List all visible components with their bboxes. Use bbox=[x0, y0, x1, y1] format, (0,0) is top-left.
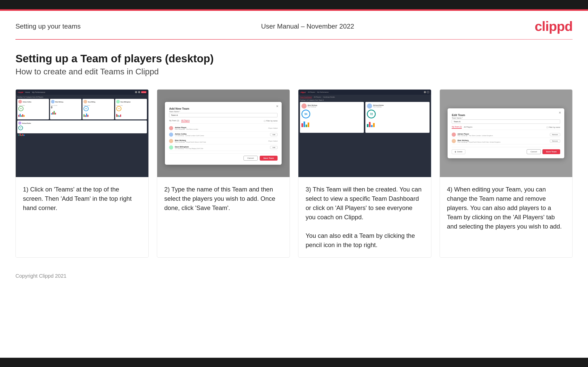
ss1-avatar-5 bbox=[18, 121, 21, 125]
modal1-player-status-3: Player Added bbox=[268, 140, 278, 142]
modal1-tab-myteam[interactable]: My Team (2) bbox=[169, 120, 179, 122]
ss1-bar-1b bbox=[20, 114, 21, 117]
ss1-nav-icon2 bbox=[138, 91, 140, 93]
modal1-cancel-button[interactable]: Cancel bbox=[243, 156, 258, 161]
ss1-add-team-btn[interactable]: Add Team bbox=[141, 91, 146, 93]
ss3-bar-1a bbox=[301, 123, 303, 127]
screenshot-2-bg: Add New Team ✕ Team Name * Team A My Tea… bbox=[157, 90, 290, 177]
modal2-player-club-1: Plus Handicap · The Shire London, United… bbox=[457, 135, 548, 136]
ss3-avatar-2 bbox=[367, 103, 372, 109]
modal1-player-row-4: Dave Billingham 3.5 Handicap · The Gog M… bbox=[169, 144, 278, 151]
screenshot-3-inner: clippd All Players My Performance Team D… bbox=[298, 90, 431, 177]
card-3-text: 3) This Team will then be created. You c… bbox=[298, 177, 431, 257]
ss3-tab-allplayers[interactable]: All Players bbox=[314, 96, 321, 98]
ss1-bar-4b bbox=[117, 115, 119, 117]
modal2-right-actions: Cancel Save Team bbox=[527, 149, 560, 154]
modal1-player-row-2: Adrian Coliba 1.5 Handicap · Central Lon… bbox=[169, 132, 278, 138]
modal1-player-club-2: 1.5 Handicap · Central London Golf Centr… bbox=[175, 135, 268, 136]
screenshot-1-inner: clippd Home My Performance Add Team Find… bbox=[16, 90, 148, 177]
modal1-close-icon[interactable]: ✕ bbox=[276, 104, 279, 108]
ss1-score-4: 78 bbox=[116, 106, 121, 111]
card-3: clippd All Players My Performance Team D… bbox=[298, 89, 431, 258]
modal2-avatar-2 bbox=[452, 139, 456, 143]
modal1-add-btn-2[interactable]: Add bbox=[270, 133, 278, 136]
ss3-club-1: Plus Handicap bbox=[308, 106, 317, 108]
ss1-bars-4 bbox=[116, 112, 146, 117]
ss1-bar-1c bbox=[21, 115, 22, 117]
modal2-players-list: Adrian Player Plus Handicap · The Shire … bbox=[452, 132, 560, 144]
ss3-tab-dashboard[interactable]: Team Dashboard bbox=[300, 96, 312, 98]
modal2-footer: 🗑 Delete Cancel Save Team bbox=[452, 147, 560, 154]
modal2-tab-myteam[interactable]: My Team (2) bbox=[452, 126, 462, 129]
modal1-title: Add New Team bbox=[169, 107, 189, 110]
ss3-bar-2d bbox=[373, 123, 375, 127]
modal1-save-button[interactable]: Save Team bbox=[260, 156, 278, 161]
modal2-save-button[interactable]: Save Team bbox=[542, 149, 560, 154]
ss1-score-1: 84 bbox=[18, 106, 23, 111]
ss3-player-2: Richard Butler Plus Handicap 72 bbox=[365, 102, 429, 133]
ss1-bars-2 bbox=[51, 109, 81, 115]
ss1-bar-1a bbox=[18, 115, 19, 117]
header-center-text: User Manual – November 2022 bbox=[261, 22, 354, 30]
modal1-team-name-input[interactable]: Team A bbox=[169, 113, 278, 117]
ss3-bar-2b bbox=[369, 122, 371, 127]
modal2-remove-btn-2[interactable]: Remove bbox=[550, 139, 560, 143]
card-2: Add New Team ✕ Team Name * Team A My Tea… bbox=[157, 89, 290, 258]
modal1-tab-allplayers[interactable]: All Players bbox=[181, 119, 190, 122]
ss3-bar-1d bbox=[308, 123, 309, 127]
card-1-screenshot: clippd Home My Performance Add Team Find… bbox=[16, 90, 148, 177]
ss3-heading: Finding 2 of 4 players from Team A bbox=[300, 99, 430, 101]
ss3-logo: clippd bbox=[300, 91, 306, 93]
page-title: Setting up a Team of players (desktop) bbox=[15, 53, 573, 65]
modal1-player-club-4: 3.5 Handicap · The Gog Magog Golf Club bbox=[175, 148, 268, 149]
ss3-bar-1c bbox=[306, 125, 307, 127]
ss1-bar-5a bbox=[18, 134, 19, 136]
ss1-nav-icon1 bbox=[135, 91, 137, 93]
modal2-close-icon[interactable]: ✕ bbox=[559, 111, 561, 115]
modal2-delete-button[interactable]: 🗑 Delete bbox=[452, 149, 465, 154]
ss1-bar-3a bbox=[83, 114, 85, 117]
header: Setting up your teams User Manual – Nove… bbox=[0, 11, 588, 39]
ss1-bar-1d bbox=[22, 114, 23, 117]
ss3-avatar-1 bbox=[301, 103, 307, 109]
ss1-bar-3b bbox=[85, 115, 86, 117]
modal2-remove-btn-1[interactable]: Remove bbox=[550, 133, 560, 136]
ss1-bars-5 bbox=[18, 131, 146, 136]
ss1-name-5: Richard Butler bbox=[22, 123, 31, 124]
modal2-title: Edit Team bbox=[452, 113, 465, 117]
ss1-content: Finding 4 of 4 players from All Players … bbox=[16, 95, 148, 135]
modal2-filter[interactable]: Filter by name bbox=[547, 126, 560, 128]
trash-icon: 🗑 bbox=[455, 151, 456, 153]
ss3-score-1: 94 bbox=[301, 110, 310, 118]
card-1-text: 1) Click on 'Teams' at the top of the sc… bbox=[16, 177, 148, 257]
modal2-player-name-2: Blair McHarg bbox=[457, 139, 548, 141]
ss3-tab-handedness[interactable]: Handicap Details bbox=[323, 96, 335, 98]
ss1-bar-4a bbox=[116, 114, 117, 117]
ss3-nav: clippd All Players My Performance bbox=[298, 90, 431, 95]
ss1-player-4: Dave Billingham Player Quality 78 bbox=[115, 99, 147, 119]
modal1-player-info-4: Dave Billingham 3.5 Handicap · The Gog M… bbox=[175, 146, 268, 149]
filter-checkbox-2[interactable] bbox=[547, 127, 548, 128]
modal1-avatar-2 bbox=[169, 133, 173, 137]
ss3-club-2: Plus Handicap bbox=[373, 106, 384, 108]
ss1-bar-4c bbox=[119, 116, 120, 117]
ss1-nav: clippd Home My Performance Add Team bbox=[16, 90, 148, 95]
ss1-bars-1 bbox=[18, 112, 48, 117]
modal1-add-btn-4[interactable]: Add bbox=[270, 146, 278, 149]
modal2-team-name-input[interactable]: Team A bbox=[452, 119, 560, 124]
cards-row: clippd Home My Performance Add Team Find… bbox=[15, 89, 573, 258]
ss3-player-1: Blair McHarg Plus Handicap 94 bbox=[300, 102, 364, 133]
ss1-name-1: Adrian Collins bbox=[23, 101, 31, 103]
modal1-filter[interactable]: Filter by name bbox=[264, 120, 278, 122]
card-1: clippd Home My Performance Add Team Find… bbox=[15, 89, 149, 258]
ss3-bars-2 bbox=[367, 119, 428, 127]
modal2-tab-allplayers[interactable]: All Players bbox=[464, 126, 472, 128]
ss1-heading: Finding 4 of 4 players from All Players bbox=[17, 96, 147, 98]
header-logo: clippd bbox=[535, 19, 573, 34]
filter-checkbox[interactable] bbox=[264, 120, 265, 122]
ss3-pencil-icon[interactable] bbox=[427, 91, 429, 93]
ss1-bar-4d bbox=[120, 115, 121, 117]
modal2-cancel-button[interactable]: Cancel bbox=[527, 149, 541, 154]
card-2-screenshot: Add New Team ✕ Team Name * Team A My Tea… bbox=[157, 90, 290, 177]
ss3-bar-1b bbox=[304, 121, 305, 127]
